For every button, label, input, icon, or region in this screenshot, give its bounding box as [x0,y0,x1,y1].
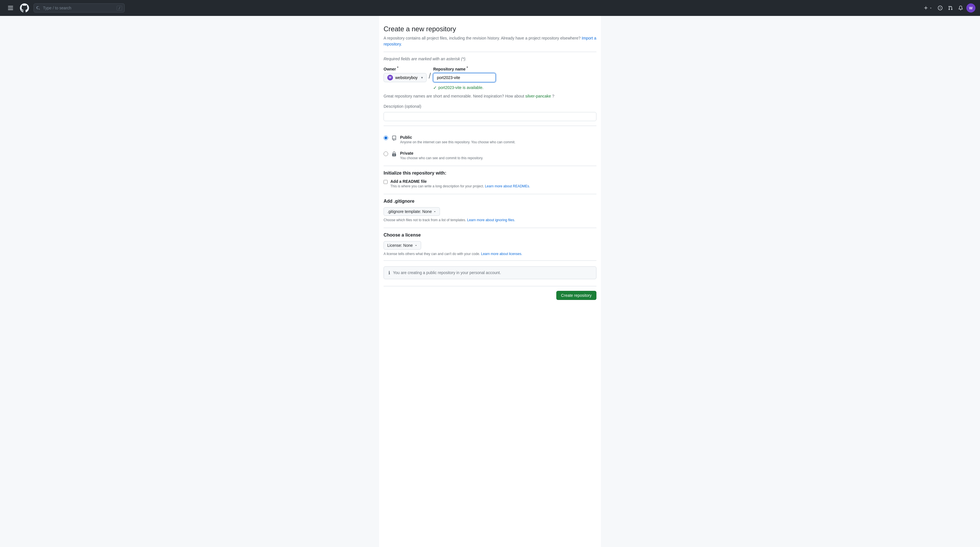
owner-label: Owner * [383,66,426,71]
public-radio[interactable] [383,136,388,140]
public-option[interactable]: Public Anyone on the internet can see th… [383,132,597,147]
init-section: Initialize this repository with: Add a R… [383,166,597,188]
info-message: You are creating a public repository in … [393,270,501,275]
owner-group: Owner * W webstoryboy ▾ [383,66,426,82]
chevron-down-icon: ▾ [421,76,423,79]
private-desc: You choose who can see and commit to thi… [400,156,597,160]
readme-title: Add a README file [390,179,530,184]
github-logo[interactable] [20,3,29,13]
issues-button[interactable] [935,4,945,12]
license-title: Choose a license [383,233,597,238]
readme-checkbox[interactable] [383,180,388,184]
availability-message: ✓ port2023-vite is available. [433,85,496,90]
license-select[interactable]: License: None [383,241,421,250]
license-link[interactable]: Learn more about licenses. [481,252,522,256]
private-content: Private You choose who can see and commi… [400,151,597,160]
owner-name: webstoryboy [395,75,418,80]
private-radio[interactable] [383,152,388,156]
private-option[interactable]: Private You choose who can see and commi… [383,147,597,163]
private-title: Private [400,151,597,155]
public-content: Public Anyone on the internet can see th… [400,135,597,144]
repo-name-group: Repository name * ✓ port2023-vite is ava… [433,66,496,90]
gitignore-select[interactable]: .gitignore template: None [383,207,440,216]
owner-repo-row: Owner * W webstoryboy ▾ / Repository nam… [383,66,597,90]
header: / W [0,0,980,16]
gitignore-section: Add .gitignore .gitignore template: None… [383,194,597,222]
header-right: W [921,3,975,13]
search-icon [36,6,40,10]
repo-icon [391,136,397,142]
lock-icon [391,152,397,158]
owner-avatar: W [387,75,393,81]
info-box: ℹ You are creating a public repository i… [383,266,597,279]
page-description: A repository contains all project files,… [383,35,597,47]
description-label: Description (optional) [383,104,597,109]
search-input[interactable] [33,3,125,13]
repo-name-input[interactable] [433,73,496,82]
repo-name-label: Repository name * [433,66,496,71]
gitignore-title: Add .gitignore [383,199,597,204]
info-icon: ℹ [388,270,390,276]
slash-kbd: / [117,6,122,11]
hamburger-menu-button[interactable] [5,3,16,13]
create-repository-button[interactable]: Create repository [556,291,597,300]
notifications-button[interactable] [956,4,965,12]
owner-dropdown[interactable]: W webstoryboy ▾ [383,73,426,82]
public-title: Public [400,135,597,140]
gitignore-link[interactable]: Learn more about ignoring files. [467,218,515,222]
required-note: Required fields are marked with an aster… [383,57,597,61]
gitignore-note: Choose which files not to track from a l… [383,218,597,222]
public-desc: Anyone on the internet can see this repo… [400,140,597,144]
hamburger-icon [7,5,14,11]
page-title: Create a new repository [383,25,597,33]
readme-desc: This is where you can write a long descr… [390,184,530,188]
new-dropdown-button[interactable] [921,4,934,12]
main-content: Create a new repository A repository con… [379,16,601,547]
divider-3 [383,260,597,261]
readme-option: Add a README file This is where you can … [383,179,597,188]
header-left [5,3,29,13]
init-title: Initialize this repository with: [383,171,597,176]
description-group: Description (optional) [383,104,597,121]
pull-requests-button[interactable] [946,4,955,12]
description-input[interactable] [383,112,597,121]
avatar[interactable]: W [966,3,975,13]
divider-1 [383,52,597,52]
search-bar[interactable]: / [33,3,125,13]
slash-divider: / [429,72,431,80]
readme-content: Add a README file This is where you can … [390,179,530,188]
check-circle-icon: ✓ [433,85,437,90]
visibility-section: Public Anyone on the internet can see th… [383,132,597,163]
inspiration-suggestion-link[interactable]: silver-pancake [525,94,551,98]
form-footer: Create repository [383,286,597,300]
license-note: A license tells others what they can and… [383,252,597,256]
inspiration-text: Great repository names are short and mem… [383,94,597,98]
license-section: Choose a license License: None A license… [383,228,597,256]
readme-link[interactable]: Learn more about READMEs. [485,184,530,188]
